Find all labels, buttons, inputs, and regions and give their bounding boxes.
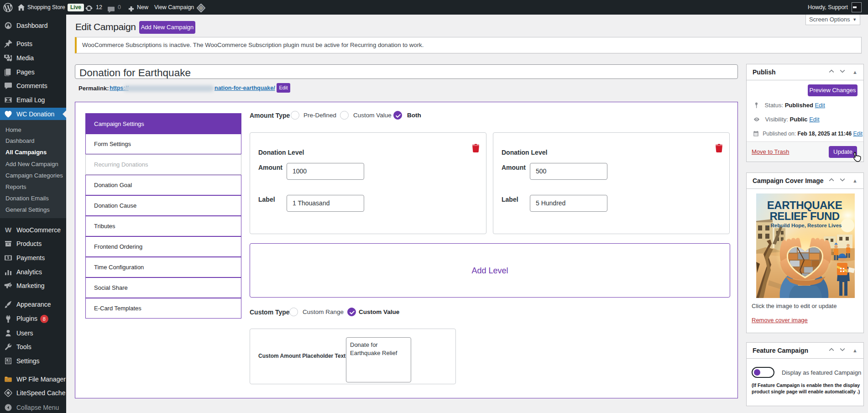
svg-text:EARTHQUAKE: EARTHQUAKE	[767, 199, 842, 211]
svg-text:- Rebuild Hope, Restore Lives: - Rebuild Hope, Restore Lives	[768, 223, 842, 228]
svg-text:RELIEF FUND: RELIEF FUND	[769, 210, 839, 222]
svg-text:W: W	[7, 378, 10, 381]
svg-text:W: W	[5, 226, 12, 234]
